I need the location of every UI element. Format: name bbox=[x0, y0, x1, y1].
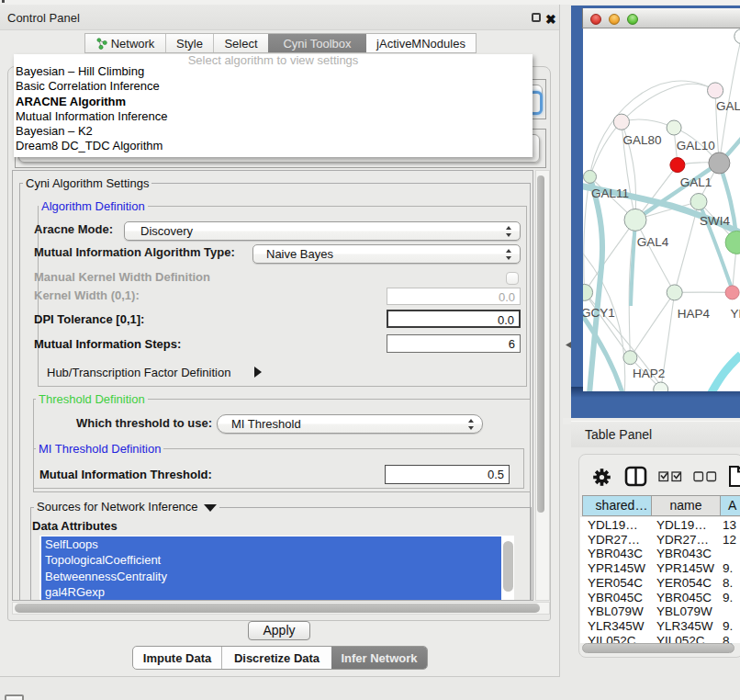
svg-text:HAP4: HAP4 bbox=[678, 307, 711, 321]
svg-text:YE: YE bbox=[731, 307, 740, 321]
svg-text:GAL4: GAL4 bbox=[637, 235, 669, 249]
svg-text:GAL80: GAL80 bbox=[622, 133, 661, 147]
svg-text:GAL7: GAL7 bbox=[716, 99, 740, 113]
svg-text:GAL10: GAL10 bbox=[677, 139, 715, 152]
svg-text:GAL1: GAL1 bbox=[680, 175, 712, 189]
svg-text:GAL11: GAL11 bbox=[591, 186, 629, 200]
svg-text:GCY1: GCY1 bbox=[583, 306, 615, 320]
svg-text:HAP2: HAP2 bbox=[633, 367, 665, 380]
svg-text:SWI4: SWI4 bbox=[700, 214, 730, 228]
